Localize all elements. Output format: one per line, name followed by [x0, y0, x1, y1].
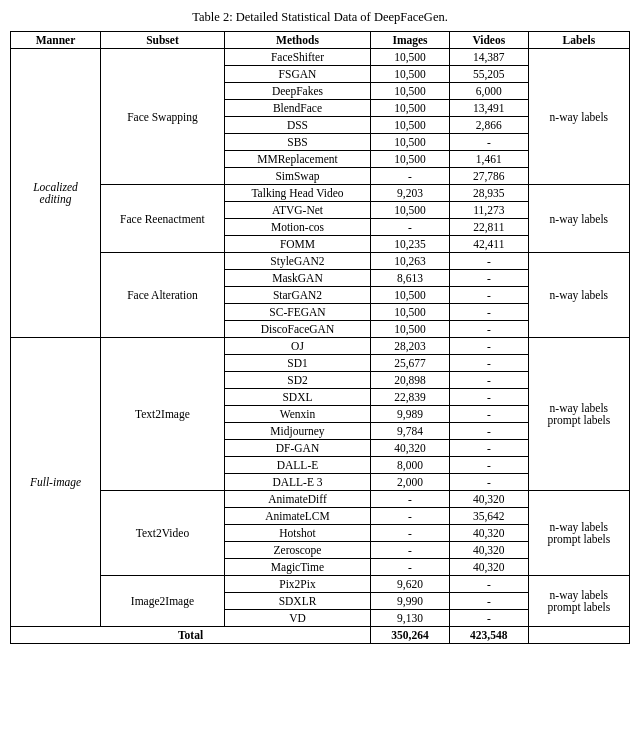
videos-cell: - — [449, 474, 528, 491]
method-cell: Midjourney — [224, 423, 370, 440]
images-cell: - — [371, 508, 450, 525]
total-labels-empty — [528, 627, 629, 644]
videos-cell: - — [449, 270, 528, 287]
videos-cell: - — [449, 338, 528, 355]
labels-cell: n-way labels — [528, 253, 629, 338]
videos-cell: 27,786 — [449, 168, 528, 185]
videos-cell: - — [449, 610, 528, 627]
header-manner: Manner — [11, 32, 101, 49]
images-cell: 10,500 — [371, 117, 450, 134]
method-cell: SC-FEGAN — [224, 304, 370, 321]
method-cell: MagicTime — [224, 559, 370, 576]
videos-cell: - — [449, 576, 528, 593]
videos-cell: 13,491 — [449, 100, 528, 117]
images-cell: 10,500 — [371, 151, 450, 168]
images-cell: 9,990 — [371, 593, 450, 610]
videos-cell: 1,461 — [449, 151, 528, 168]
subset-cell: Face Alteration — [101, 253, 225, 338]
images-cell: 9,989 — [371, 406, 450, 423]
images-cell: 10,500 — [371, 66, 450, 83]
method-cell: DiscoFaceGAN — [224, 321, 370, 338]
images-cell: 28,203 — [371, 338, 450, 355]
videos-cell: 40,320 — [449, 559, 528, 576]
method-cell: ATVG-Net — [224, 202, 370, 219]
videos-cell: - — [449, 593, 528, 610]
videos-cell: 14,387 — [449, 49, 528, 66]
images-cell: 10,500 — [371, 83, 450, 100]
videos-cell: 28,935 — [449, 185, 528, 202]
method-cell: Zeroscope — [224, 542, 370, 559]
subset-cell: Text2Image — [101, 338, 225, 491]
method-cell: AnimateDiff — [224, 491, 370, 508]
images-cell: 10,500 — [371, 49, 450, 66]
method-cell: Talking Head Video — [224, 185, 370, 202]
method-cell: SimSwap — [224, 168, 370, 185]
labels-cell: n-way labels prompt labels — [528, 338, 629, 491]
method-cell: OJ — [224, 338, 370, 355]
images-cell: - — [371, 168, 450, 185]
videos-cell: 42,411 — [449, 236, 528, 253]
header-images: Images — [371, 32, 450, 49]
labels-cell: n-way labels prompt labels — [528, 576, 629, 627]
images-cell: - — [371, 559, 450, 576]
labels-cell: n-way labels — [528, 185, 629, 253]
images-cell: 10,500 — [371, 287, 450, 304]
videos-cell: - — [449, 321, 528, 338]
method-cell: DSS — [224, 117, 370, 134]
images-cell: 10,500 — [371, 134, 450, 151]
videos-cell: 40,320 — [449, 525, 528, 542]
images-cell: 10,500 — [371, 202, 450, 219]
images-cell: 9,784 — [371, 423, 450, 440]
videos-cell: 35,642 — [449, 508, 528, 525]
images-cell: 40,320 — [371, 440, 450, 457]
header-methods: Methods — [224, 32, 370, 49]
images-cell: 9,203 — [371, 185, 450, 202]
images-cell: 10,500 — [371, 304, 450, 321]
subset-cell: Face Swapping — [101, 49, 225, 185]
videos-cell: 2,866 — [449, 117, 528, 134]
subset-cell: Image2Image — [101, 576, 225, 627]
videos-cell: - — [449, 253, 528, 270]
labels-cell: n-way labels — [528, 49, 629, 185]
method-cell: DeepFakes — [224, 83, 370, 100]
videos-cell: 55,205 — [449, 66, 528, 83]
method-cell: Wenxin — [224, 406, 370, 423]
method-cell: FSGAN — [224, 66, 370, 83]
table-title: Table 2: Detailed Statistical Data of De… — [10, 10, 630, 25]
manner-cell: Localized editing — [11, 49, 101, 338]
method-cell: SDXLR — [224, 593, 370, 610]
total-videos: 423,548 — [449, 627, 528, 644]
method-cell: MaskGAN — [224, 270, 370, 287]
images-cell: 22,839 — [371, 389, 450, 406]
images-cell: - — [371, 491, 450, 508]
method-cell: BlendFace — [224, 100, 370, 117]
videos-cell: - — [449, 355, 528, 372]
method-cell: FOMM — [224, 236, 370, 253]
labels-cell: n-way labels prompt labels — [528, 491, 629, 576]
method-cell: DALL-E — [224, 457, 370, 474]
images-cell: - — [371, 542, 450, 559]
videos-cell: - — [449, 372, 528, 389]
videos-cell: 40,320 — [449, 542, 528, 559]
method-cell: MMReplacement — [224, 151, 370, 168]
images-cell: - — [371, 219, 450, 236]
videos-cell: 22,811 — [449, 219, 528, 236]
method-cell: Motion-cos — [224, 219, 370, 236]
videos-cell: - — [449, 406, 528, 423]
videos-cell: - — [449, 134, 528, 151]
images-cell: 10,500 — [371, 321, 450, 338]
images-cell: 25,677 — [371, 355, 450, 372]
images-cell: 8,613 — [371, 270, 450, 287]
images-cell: 10,500 — [371, 100, 450, 117]
subset-cell: Face Reenactment — [101, 185, 225, 253]
videos-cell: - — [449, 423, 528, 440]
total-images: 350,264 — [371, 627, 450, 644]
total-label: Total — [11, 627, 371, 644]
method-cell: DALL-E 3 — [224, 474, 370, 491]
videos-cell: - — [449, 440, 528, 457]
images-cell: 20,898 — [371, 372, 450, 389]
images-cell: 9,130 — [371, 610, 450, 627]
method-cell: StarGAN2 — [224, 287, 370, 304]
method-cell: Hotshot — [224, 525, 370, 542]
images-cell: - — [371, 525, 450, 542]
